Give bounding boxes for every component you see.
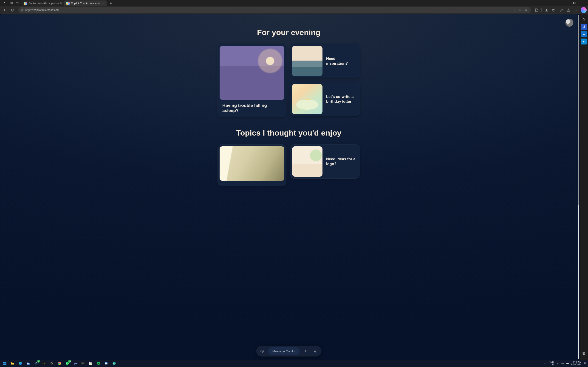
copilot-icon[interactable] bbox=[581, 7, 587, 13]
url-host: copilot.microsoft.com bbox=[34, 8, 60, 12]
taskbar-edge-icon[interactable] bbox=[17, 360, 24, 366]
svg-rect-43 bbox=[5, 364, 6, 365]
svg-rect-66 bbox=[90, 362, 91, 363]
taskbar-whatsapp-icon[interactable]: 16 bbox=[64, 360, 71, 366]
toolbar-right bbox=[533, 7, 587, 14]
cards-row-1: Having trouble falling asleep? Need insp… bbox=[217, 44, 360, 117]
refresh-button[interactable] bbox=[9, 7, 16, 14]
sidebar-skype-icon[interactable]: s bbox=[581, 39, 587, 44]
start-button[interactable] bbox=[1, 360, 8, 366]
card-title: Having trouble falling asleep? bbox=[220, 103, 284, 113]
svg-rect-13 bbox=[514, 9, 516, 11]
address-bar[interactable]: https://copilot.microsoft.com bbox=[18, 7, 531, 13]
back-button[interactable] bbox=[1, 7, 8, 14]
window-controls bbox=[561, 0, 588, 6]
taskbar-app1-icon[interactable] bbox=[87, 360, 94, 366]
taskbar-obs-icon[interactable] bbox=[48, 360, 55, 366]
scrollbar-thumb[interactable] bbox=[578, 15, 579, 205]
svg-rect-63 bbox=[81, 362, 85, 365]
open-app-icon[interactable] bbox=[512, 8, 518, 13]
taskbar-chrome-icon[interactable] bbox=[56, 360, 63, 366]
card-image-cake bbox=[292, 84, 322, 114]
message-input[interactable]: Message Copilot bbox=[268, 347, 300, 355]
taskbar-explorer-icon[interactable] bbox=[9, 360, 16, 366]
new-tab-button[interactable]: + bbox=[108, 1, 113, 6]
taskbar-paint-icon[interactable] bbox=[103, 360, 110, 366]
browser-toolbar: https://copilot.microsoft.com bbox=[0, 6, 588, 14]
tab-actions-icon[interactable] bbox=[14, 0, 20, 6]
more-menu-icon[interactable] bbox=[572, 7, 579, 14]
svg-rect-77 bbox=[568, 363, 569, 364]
page-content: For your evening Having trouble falling … bbox=[0, 14, 578, 360]
collections-icon[interactable] bbox=[558, 7, 565, 14]
svg-marker-16 bbox=[525, 9, 527, 11]
taskbar-store-icon[interactable] bbox=[25, 360, 32, 366]
extensions-icon[interactable] bbox=[533, 7, 540, 14]
sidebar-shopping-icon[interactable] bbox=[581, 24, 587, 30]
scrollbar[interactable] bbox=[578, 14, 580, 360]
svg-point-53 bbox=[36, 362, 37, 364]
favicon-icon bbox=[66, 2, 69, 5]
svg-point-28 bbox=[577, 10, 577, 10]
whatsapp-badge: 16 bbox=[68, 360, 71, 363]
workspaces-icon[interactable] bbox=[8, 0, 14, 6]
card-birthday[interactable]: Let's co-write a birthday letter bbox=[290, 82, 360, 116]
split-screen-icon[interactable] bbox=[543, 7, 550, 14]
card-logo[interactable]: Need ideas for a logo? bbox=[290, 144, 360, 179]
address-bar-actions bbox=[512, 8, 528, 13]
svg-point-39 bbox=[583, 353, 584, 354]
svg-rect-19 bbox=[560, 9, 561, 10]
clock[interactable]: 1:00 AM 9/29/2024 bbox=[571, 361, 582, 366]
svg-rect-69 bbox=[91, 364, 92, 365]
favorites-icon[interactable] bbox=[550, 7, 557, 14]
taskbar-pycharm-icon[interactable]: PC bbox=[40, 360, 47, 366]
card-title: Need inspiration? bbox=[326, 56, 358, 66]
taskbar-spotify-icon[interactable] bbox=[95, 360, 102, 366]
wifi-icon bbox=[556, 362, 559, 365]
language-indicator[interactable]: ENG IN bbox=[549, 361, 554, 366]
svg-rect-1 bbox=[10, 2, 11, 3]
mic-icon[interactable] bbox=[311, 348, 319, 355]
svg-point-60 bbox=[59, 363, 60, 364]
favorite-star-icon[interactable] bbox=[523, 8, 528, 13]
share-icon[interactable] bbox=[565, 7, 572, 14]
sidebar-outlook-icon[interactable]: o bbox=[581, 31, 587, 37]
sidebar-search-icon[interactable] bbox=[581, 17, 587, 23]
taskbar-steam-icon[interactable]: 6 bbox=[33, 360, 40, 366]
avatar[interactable] bbox=[565, 19, 573, 27]
svg-point-14 bbox=[519, 9, 521, 11]
svg-rect-67 bbox=[91, 362, 92, 363]
card-image-room bbox=[220, 146, 284, 181]
notifications-icon[interactable] bbox=[584, 362, 587, 365]
tray-icons[interactable] bbox=[556, 362, 569, 365]
tray-overflow-icon[interactable] bbox=[544, 362, 547, 365]
sidebar-settings-icon[interactable] bbox=[581, 350, 587, 357]
card-title: Let's co-write a birthday letter bbox=[326, 94, 358, 104]
add-button[interactable] bbox=[302, 348, 309, 355]
maximize-button[interactable] bbox=[570, 0, 579, 6]
zoom-icon[interactable] bbox=[518, 8, 523, 13]
close-tab-icon[interactable]: × bbox=[60, 2, 62, 5]
steam-badge: 6 bbox=[37, 360, 40, 363]
url-text: https://copilot.microsoft.com bbox=[25, 8, 512, 12]
card-sleep[interactable]: Having trouble falling asleep? bbox=[217, 44, 286, 117]
taskbar-terminal-icon[interactable] bbox=[79, 360, 86, 366]
taskbar-settings-icon[interactable] bbox=[72, 360, 78, 366]
svg-rect-17 bbox=[545, 9, 546, 11]
close-tab-icon[interactable]: × bbox=[103, 2, 104, 5]
svg-point-54 bbox=[35, 364, 36, 364]
close-window-button[interactable] bbox=[579, 0, 588, 6]
taskbar-app2-icon[interactable] bbox=[111, 360, 118, 366]
card-topic-large[interactable] bbox=[217, 144, 286, 186]
card-inspiration[interactable]: Need inspiration? bbox=[290, 44, 360, 78]
minimize-button[interactable] bbox=[561, 0, 570, 6]
tab-copilot-2[interactable]: Copilot: Your AI companion × bbox=[64, 0, 107, 6]
svg-point-0 bbox=[4, 2, 5, 3]
history-icon[interactable] bbox=[259, 348, 266, 355]
profile-icon[interactable] bbox=[2, 1, 7, 5]
lang-line2: IN bbox=[549, 363, 554, 366]
lock-icon[interactable] bbox=[21, 8, 23, 12]
tab-copilot-1[interactable]: Copilot: Your AI companion × bbox=[22, 0, 64, 6]
svg-rect-68 bbox=[90, 364, 91, 365]
sidebar-add-icon[interactable] bbox=[581, 55, 587, 61]
